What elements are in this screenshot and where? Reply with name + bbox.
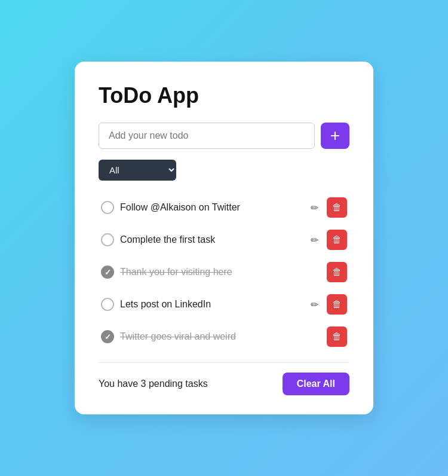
list-item: Lets post on LinkedIn ✏ 🗑	[99, 288, 349, 321]
divider	[99, 362, 349, 363]
pending-count-label: You have 3 pending tasks	[99, 379, 208, 389]
filter-select[interactable]: All Active Completed	[99, 160, 176, 181]
edit-button-4[interactable]: ✏	[308, 297, 321, 313]
todo-checkbox-1[interactable]	[101, 201, 114, 214]
todo-card: ToDo App + All Active Completed Follow @…	[75, 62, 373, 414]
list-item: Complete the first task ✏ 🗑	[99, 224, 349, 256]
todo-checkbox-5[interactable]	[101, 330, 114, 343]
todo-text-2: Complete the first task	[120, 234, 302, 245]
delete-button-5[interactable]: 🗑	[327, 327, 347, 347]
list-item: Twitter goes viral and weird 🗑	[99, 321, 349, 353]
todo-checkbox-4[interactable]	[101, 298, 114, 311]
input-row: +	[99, 123, 349, 149]
todo-text-5: Twitter goes viral and weird	[120, 331, 321, 342]
todo-checkbox-2[interactable]	[101, 233, 114, 246]
todo-text-1: Follow @Alkaison on Twitter	[120, 202, 302, 213]
todo-list: Follow @Alkaison on Twitter ✏ 🗑 Complete…	[99, 191, 349, 353]
todo-input[interactable]	[99, 123, 315, 149]
clear-all-button[interactable]: Clear All	[283, 373, 349, 395]
delete-button-3[interactable]: 🗑	[327, 262, 347, 282]
delete-button-2[interactable]: 🗑	[327, 230, 347, 250]
app-title: ToDo App	[99, 83, 349, 108]
delete-button-4[interactable]: 🗑	[327, 294, 347, 315]
edit-button-1[interactable]: ✏	[308, 200, 321, 216]
delete-button-1[interactable]: 🗑	[327, 197, 347, 218]
footer-row: You have 3 pending tasks Clear All	[99, 373, 349, 395]
list-item: Thank you for visiting here 🗑	[99, 256, 349, 288]
add-button[interactable]: +	[321, 123, 349, 149]
edit-button-2[interactable]: ✏	[308, 232, 321, 248]
list-item: Follow @Alkaison on Twitter ✏ 🗑	[99, 191, 349, 224]
todo-checkbox-3[interactable]	[101, 266, 114, 279]
todo-text-3: Thank you for visiting here	[120, 267, 321, 277]
todo-text-4: Lets post on LinkedIn	[120, 299, 302, 310]
